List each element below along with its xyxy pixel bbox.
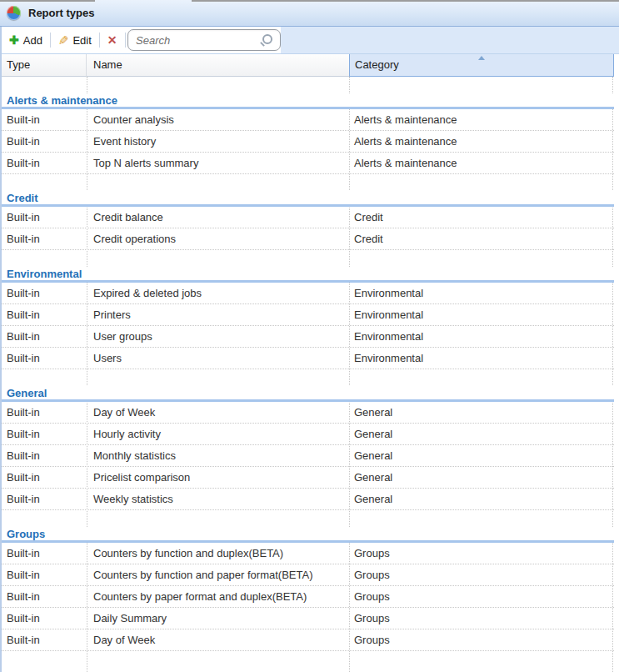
cell-category: Environmental: [349, 283, 614, 303]
cell-category: Groups: [349, 608, 614, 629]
group-section: Groups Built-in Counters by function and…: [0, 527, 619, 651]
cell-name: Monthly statistics: [87, 445, 349, 466]
cell-type: Built-in: [0, 608, 87, 629]
group-rows: Built-in Day of Week General Built-in Ho…: [0, 402, 619, 510]
group-header-label: Groups: [7, 528, 45, 540]
toolbar-separator: [125, 33, 126, 48]
group-header: Alerts & maintenance: [0, 93, 614, 109]
cell-category: Alerts & maintenance: [349, 153, 614, 173]
group-header: Environmental: [0, 267, 614, 283]
table-row[interactable]: Built-in Credit operations Credit: [0, 228, 614, 250]
column-header-category[interactable]: Category: [349, 53, 614, 77]
cell-name: Day of Week: [87, 402, 349, 423]
cell-type: Built-in: [0, 424, 87, 444]
cell-type: Built-in: [0, 629, 87, 650]
group-header-label: Credit: [7, 192, 38, 204]
cell-category: Environmental: [349, 348, 614, 369]
column-header-name[interactable]: Name: [87, 53, 349, 77]
table-row[interactable]: Built-in Counters by function and paper …: [0, 564, 614, 586]
background-window-edge-left: [0, 0, 95, 2]
cell-name: Printers: [87, 304, 349, 325]
sort-ascending-icon: [478, 56, 485, 60]
cell-category: Credit: [349, 228, 614, 249]
cell-name: Users: [87, 348, 349, 369]
table-row[interactable]: Built-in Users Environmental: [0, 348, 614, 369]
group-rows: Built-in Expired & deleted jobs Environm…: [0, 283, 619, 369]
toolbar-buttons: ✚ Add ✎ Edit ✕: [5, 27, 129, 53]
table-row[interactable]: Built-in Daily Summary Groups: [0, 608, 614, 629]
cell-name: User groups: [87, 326, 349, 347]
pencil-icon: ✎: [58, 34, 69, 47]
groups-container: Alerts & maintenance Built-in Counter an…: [0, 93, 619, 651]
cell-type: Built-in: [0, 131, 87, 152]
table-row[interactable]: Built-in Pricelist comparison General: [0, 467, 614, 489]
delete-x-icon: ✕: [107, 34, 117, 46]
table-row[interactable]: Built-in Top N alerts summary Alerts & m…: [0, 153, 614, 174]
table-row[interactable]: Built-in Day of Week General: [0, 402, 614, 424]
cell-name: Pricelist comparison: [87, 467, 349, 488]
table-row[interactable]: Built-in Event history Alerts & maintena…: [0, 131, 614, 153]
cell-category: Credit: [349, 207, 614, 228]
plus-icon: ✚: [9, 34, 19, 46]
cell-name: Credit balance: [87, 207, 349, 228]
table-row[interactable]: Built-in Printers Environmental: [0, 304, 614, 326]
pie-chart-icon: [7, 6, 21, 20]
add-button[interactable]: ✚ Add: [5, 32, 47, 49]
column-header-category-label: Category: [355, 58, 399, 71]
table-row[interactable]: Built-in Weekly statistics General: [0, 489, 614, 510]
group-header: Groups: [0, 527, 614, 543]
window-title: Report types: [28, 7, 94, 19]
table-row[interactable]: Built-in Expired & deleted jobs Environm…: [0, 283, 614, 304]
column-header-row: Type Name Category: [0, 53, 619, 77]
cell-category: Alerts & maintenance: [349, 131, 614, 152]
table-row[interactable]: Built-in Day of Week Groups: [0, 629, 614, 651]
search-input[interactable]: [127, 29, 281, 51]
cell-name: Credit operations: [87, 228, 349, 249]
delete-button[interactable]: ✕: [103, 32, 122, 48]
background-window-edge-right: [192, 0, 619, 2]
cell-name: Event history: [87, 131, 349, 152]
cell-type: Built-in: [0, 109, 87, 130]
titlebar: Report types: [0, 0, 619, 27]
toolbar: ✚ Add ✎ Edit ✕: [0, 27, 619, 54]
cell-category: Groups: [349, 629, 614, 650]
toolbar-separator: [50, 33, 51, 48]
table-row[interactable]: Built-in Counters by paper format and du…: [0, 586, 614, 608]
group-rows: Built-in Counter analysis Alerts & maint…: [0, 109, 619, 174]
search-box: [127, 29, 281, 51]
table-row[interactable]: Built-in User groups Environmental: [0, 326, 614, 348]
cell-name: Daily Summary: [87, 608, 349, 629]
cell-type: Built-in: [0, 586, 87, 607]
table-row[interactable]: Built-in Counters by function and duplex…: [0, 543, 614, 564]
group-rows: Built-in Credit balance Credit Built-in …: [0, 207, 619, 250]
group-header-label: Environmental: [7, 268, 82, 280]
window-left-border: [0, 27, 2, 672]
group-section: Environmental Built-in Expired & deleted…: [0, 267, 619, 369]
group-header: General: [0, 386, 614, 402]
cell-category: Groups: [349, 564, 614, 585]
table-row[interactable]: Built-in Credit balance Credit: [0, 207, 614, 228]
cell-category: Environmental: [349, 304, 614, 325]
cell-type: Built-in: [0, 348, 87, 369]
cell-name: Day of Week: [87, 629, 349, 650]
toolbar-right-fill: [281, 27, 619, 53]
cell-type: Built-in: [0, 153, 87, 173]
cell-category: Groups: [349, 586, 614, 607]
group-section: Credit Built-in Credit balance Credit Bu…: [0, 191, 619, 250]
table-row[interactable]: Built-in Hourly activity General: [0, 424, 614, 445]
table-row[interactable]: Built-in Counter analysis Alerts & maint…: [0, 109, 614, 131]
cell-type: Built-in: [0, 304, 87, 325]
cell-category: Groups: [349, 543, 614, 564]
cell-type: Built-in: [0, 445, 87, 466]
column-header-type[interactable]: Type: [0, 53, 87, 77]
cell-type: Built-in: [0, 326, 87, 347]
table-row[interactable]: Built-in Monthly statistics General: [0, 445, 614, 467]
cell-type: Built-in: [0, 543, 87, 564]
cell-type: Built-in: [0, 489, 87, 509]
cell-category: General: [349, 402, 614, 423]
cell-category: General: [349, 424, 614, 444]
edit-button[interactable]: ✎ Edit: [54, 32, 96, 49]
cell-name: Counter analysis: [87, 109, 349, 130]
edit-button-label: Edit: [72, 34, 91, 47]
cell-type: Built-in: [0, 467, 87, 488]
